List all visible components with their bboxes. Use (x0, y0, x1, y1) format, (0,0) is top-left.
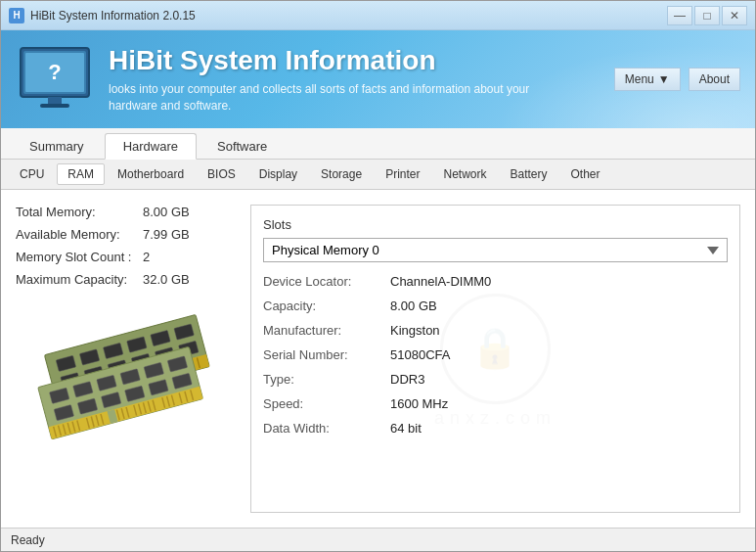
sub-nav: CPU RAM Motherboard BIOS Display Storage… (1, 160, 755, 190)
header-banner: ? HiBit System Information looks into yo… (1, 30, 755, 128)
tab-summary[interactable]: Summary (11, 133, 103, 160)
main-nav: Summary Hardware Software (1, 128, 755, 160)
manufacturer-label: Manufacturer: (263, 323, 390, 338)
total-memory-value: 8.00 GB (143, 205, 190, 219)
subtab-network[interactable]: Network (432, 163, 497, 185)
status-bar: Ready (1, 528, 755, 551)
slot-details-panel: 🔒 anxz.com Slots Physical Memory 0 Physi… (250, 205, 740, 513)
serial-row: Serial Number: 51080CFA (263, 347, 728, 362)
app-subtitle: looks into your computer and collects al… (109, 81, 558, 115)
tab-hardware[interactable]: Hardware (105, 133, 197, 160)
device-locator-label: Device Locator: (263, 274, 390, 289)
subtab-ram[interactable]: RAM (57, 163, 105, 185)
svg-text:?: ? (48, 60, 61, 84)
available-memory-value: 7.99 GB (143, 227, 190, 242)
speed-value: 1600 MHz (390, 396, 448, 411)
capacity-label: Capacity: (263, 299, 390, 313)
window-title: HiBit System Information 2.0.15 (30, 9, 667, 23)
detail-table: Device Locator: ChannelA-DIMM0 Capacity:… (263, 274, 728, 436)
header-actions: Menu ▼ About (614, 68, 740, 91)
max-capacity-value: 32.0 GB (143, 272, 190, 287)
svg-rect-4 (48, 97, 62, 105)
slots-label: Slots (263, 217, 728, 232)
speed-label: Speed: (263, 396, 390, 411)
type-row: Type: DDR3 (263, 372, 728, 387)
device-locator-row: Device Locator: ChannelA-DIMM0 (263, 274, 728, 289)
monitor-icon: ? (16, 40, 94, 118)
max-capacity-label: Maximum Capacity: (16, 272, 143, 287)
ram-summary-panel: Total Memory: 8.00 GB Available Memory: … (16, 205, 231, 513)
subtab-battery[interactable]: Battery (500, 163, 558, 185)
serial-label: Serial Number: (263, 347, 390, 362)
title-bar: H HiBit System Information 2.0.15 — □ ✕ (1, 1, 755, 30)
minimize-button[interactable]: — (667, 6, 692, 25)
data-width-row: Data Width: 64 bit (263, 421, 728, 436)
header-text: HiBit System Information looks into your… (109, 44, 558, 114)
serial-value: 51080CFA (390, 347, 450, 362)
slot-count-row: Memory Slot Count : 2 (16, 250, 231, 264)
ram-illustration (16, 306, 231, 463)
window-controls: — □ ✕ (667, 6, 747, 25)
subtab-motherboard[interactable]: Motherboard (107, 163, 195, 185)
subtab-cpu[interactable]: CPU (9, 163, 55, 185)
total-memory-label: Total Memory: (16, 205, 143, 219)
data-width-label: Data Width: (263, 421, 390, 436)
about-button[interactable]: About (689, 68, 740, 91)
tab-software[interactable]: Software (199, 133, 286, 160)
speed-row: Speed: 1600 MHz (263, 396, 728, 411)
max-capacity-row: Maximum Capacity: 32.0 GB (16, 272, 231, 287)
slots-dropdown[interactable]: Physical Memory 0 Physical Memory 1 (263, 238, 728, 262)
close-button[interactable]: ✕ (722, 6, 747, 25)
subtab-printer[interactable]: Printer (375, 163, 430, 185)
manufacturer-row: Manufacturer: Kingston (263, 323, 728, 338)
content-area: Total Memory: 8.00 GB Available Memory: … (1, 190, 755, 528)
manufacturer-value: Kingston (390, 323, 440, 338)
device-locator-value: ChannelA-DIMM0 (390, 274, 491, 289)
slot-count-label: Memory Slot Count : (16, 250, 143, 264)
subtab-storage[interactable]: Storage (310, 163, 373, 185)
main-window: H HiBit System Information 2.0.15 — □ ✕ … (0, 0, 756, 552)
subtab-other[interactable]: Other (560, 163, 611, 185)
total-memory-row: Total Memory: 8.00 GB (16, 205, 231, 219)
chevron-down-icon: ▼ (658, 72, 670, 86)
type-label: Type: (263, 372, 390, 387)
menu-label: Menu (625, 72, 654, 86)
svg-rect-5 (40, 104, 69, 108)
menu-button[interactable]: Menu ▼ (614, 68, 681, 91)
slot-count-value: 2 (143, 250, 150, 264)
subtab-bios[interactable]: BIOS (197, 163, 246, 185)
app-icon: H (9, 8, 24, 23)
app-title: HiBit System Information (109, 44, 558, 77)
type-value: DDR3 (390, 372, 424, 387)
subtab-display[interactable]: Display (248, 163, 308, 185)
available-memory-label: Available Memory: (16, 227, 143, 242)
capacity-value: 8.00 GB (390, 299, 437, 313)
available-memory-row: Available Memory: 7.99 GB (16, 227, 231, 242)
data-width-value: 64 bit (390, 421, 422, 436)
ram-info-table: Total Memory: 8.00 GB Available Memory: … (16, 205, 231, 287)
capacity-row: Capacity: 8.00 GB (263, 299, 728, 313)
maximize-button[interactable]: □ (694, 6, 720, 25)
status-text: Ready (11, 533, 45, 547)
